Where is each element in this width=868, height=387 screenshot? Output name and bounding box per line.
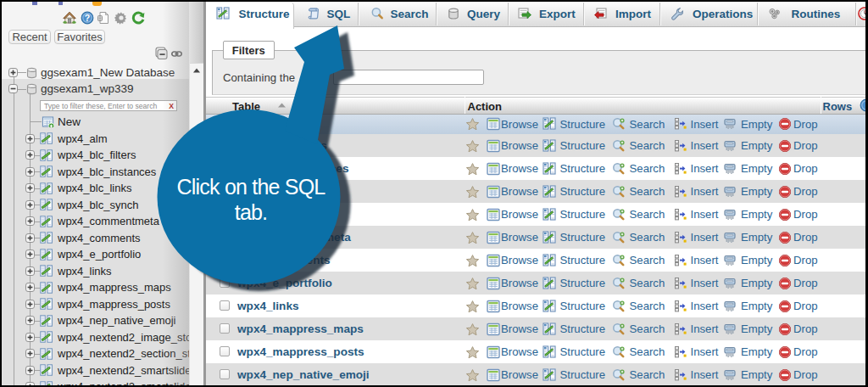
svg-text:?: ? <box>84 13 89 23</box>
